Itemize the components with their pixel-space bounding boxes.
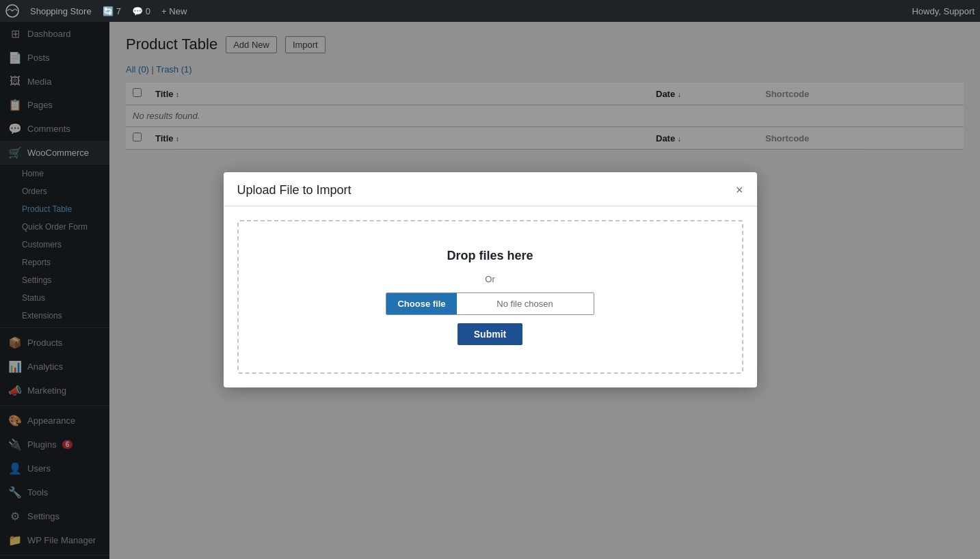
main-content: Product Table Add New Import All (0) | T… xyxy=(109,22,980,559)
site-name[interactable]: Shopping Store xyxy=(30,6,92,16)
main-layout: ⊞ Dashboard 📄 Posts 🖼 Media 📋 Pages 💬 Co… xyxy=(0,22,980,559)
admin-bar: Shopping Store 🔄7 💬0 + New Howdy, Suppor… xyxy=(0,0,980,22)
howdy-user[interactable]: Howdy, Support xyxy=(912,6,975,16)
choose-file-button[interactable]: Choose file xyxy=(386,293,456,314)
updates-count[interactable]: 🔄7 xyxy=(103,6,121,16)
file-input-row: Choose file No file chosen xyxy=(386,292,594,315)
modal-overlay[interactable]: Upload File to Import × Drop files here … xyxy=(0,0,980,559)
modal-close-button[interactable]: × xyxy=(736,184,743,196)
drop-zone[interactable]: Drop files here Or Choose file No file c… xyxy=(237,220,743,374)
drop-zone-title: Drop files here xyxy=(447,249,533,263)
modal-header: Upload File to Import × xyxy=(224,172,757,206)
file-name-display: No file chosen xyxy=(457,293,594,314)
wp-logo[interactable] xyxy=(5,4,19,18)
new-content[interactable]: + New xyxy=(161,6,187,16)
upload-modal: Upload File to Import × Drop files here … xyxy=(224,172,757,387)
modal-title: Upload File to Import xyxy=(237,183,352,197)
comments-count[interactable]: 💬0 xyxy=(132,6,150,16)
drop-zone-or: Or xyxy=(485,274,494,284)
modal-body: Drop files here Or Choose file No file c… xyxy=(224,206,757,387)
submit-button[interactable]: Submit xyxy=(458,323,522,345)
